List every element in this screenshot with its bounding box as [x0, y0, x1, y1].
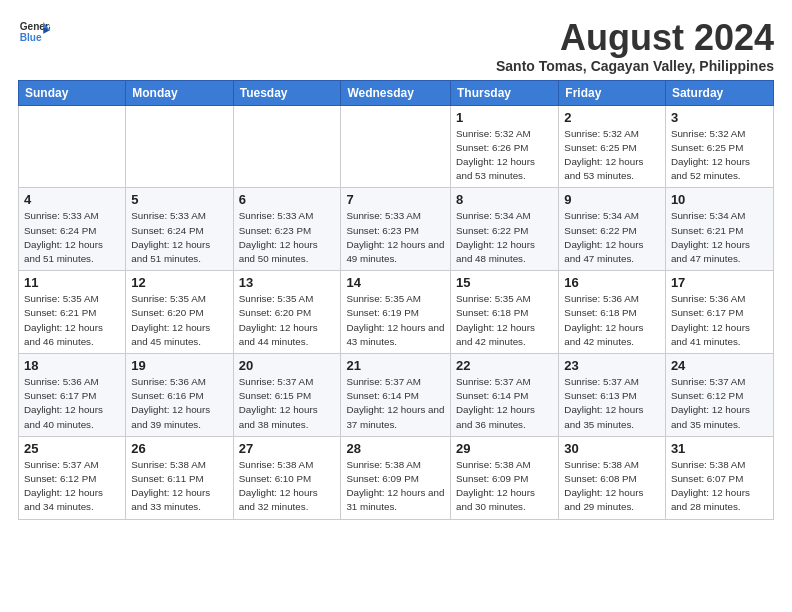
day-number: 10	[671, 192, 768, 207]
header: General Blue August 2024 Santo Tomas, Ca…	[18, 18, 774, 74]
calendar-cell: 10Sunrise: 5:34 AMSunset: 6:21 PMDayligh…	[665, 188, 773, 271]
day-info: Sunrise: 5:34 AMSunset: 6:22 PMDaylight:…	[564, 209, 660, 266]
calendar-cell	[341, 105, 451, 188]
calendar-cell	[126, 105, 233, 188]
day-info: Sunrise: 5:38 AMSunset: 6:09 PMDaylight:…	[346, 458, 445, 515]
calendar-cell: 13Sunrise: 5:35 AMSunset: 6:20 PMDayligh…	[233, 271, 341, 354]
day-info: Sunrise: 5:38 AMSunset: 6:11 PMDaylight:…	[131, 458, 227, 515]
day-info: Sunrise: 5:33 AMSunset: 6:24 PMDaylight:…	[24, 209, 120, 266]
calendar-week-4: 18Sunrise: 5:36 AMSunset: 6:17 PMDayligh…	[19, 354, 774, 437]
title-area: August 2024 Santo Tomas, Cagayan Valley,…	[496, 18, 774, 74]
day-info: Sunrise: 5:35 AMSunset: 6:19 PMDaylight:…	[346, 292, 445, 349]
day-info: Sunrise: 5:33 AMSunset: 6:23 PMDaylight:…	[239, 209, 336, 266]
day-number: 4	[24, 192, 120, 207]
day-number: 13	[239, 275, 336, 290]
col-monday: Monday	[126, 80, 233, 105]
calendar-cell: 21Sunrise: 5:37 AMSunset: 6:14 PMDayligh…	[341, 354, 451, 437]
day-number: 14	[346, 275, 445, 290]
day-info: Sunrise: 5:38 AMSunset: 6:10 PMDaylight:…	[239, 458, 336, 515]
day-info: Sunrise: 5:38 AMSunset: 6:07 PMDaylight:…	[671, 458, 768, 515]
day-info: Sunrise: 5:35 AMSunset: 6:20 PMDaylight:…	[131, 292, 227, 349]
page: General Blue August 2024 Santo Tomas, Ca…	[0, 0, 792, 532]
calendar-table: Sunday Monday Tuesday Wednesday Thursday…	[18, 80, 774, 520]
calendar-cell: 3Sunrise: 5:32 AMSunset: 6:25 PMDaylight…	[665, 105, 773, 188]
day-info: Sunrise: 5:37 AMSunset: 6:15 PMDaylight:…	[239, 375, 336, 432]
day-number: 22	[456, 358, 553, 373]
day-number: 24	[671, 358, 768, 373]
day-number: 27	[239, 441, 336, 456]
day-info: Sunrise: 5:32 AMSunset: 6:26 PMDaylight:…	[456, 127, 553, 184]
day-number: 8	[456, 192, 553, 207]
day-info: Sunrise: 5:37 AMSunset: 6:14 PMDaylight:…	[456, 375, 553, 432]
calendar-cell: 24Sunrise: 5:37 AMSunset: 6:12 PMDayligh…	[665, 354, 773, 437]
day-info: Sunrise: 5:36 AMSunset: 6:18 PMDaylight:…	[564, 292, 660, 349]
day-info: Sunrise: 5:37 AMSunset: 6:13 PMDaylight:…	[564, 375, 660, 432]
calendar-cell: 9Sunrise: 5:34 AMSunset: 6:22 PMDaylight…	[559, 188, 666, 271]
calendar-cell: 1Sunrise: 5:32 AMSunset: 6:26 PMDaylight…	[451, 105, 559, 188]
col-sunday: Sunday	[19, 80, 126, 105]
day-number: 2	[564, 110, 660, 125]
col-saturday: Saturday	[665, 80, 773, 105]
col-wednesday: Wednesday	[341, 80, 451, 105]
day-number: 28	[346, 441, 445, 456]
day-number: 25	[24, 441, 120, 456]
calendar-cell: 31Sunrise: 5:38 AMSunset: 6:07 PMDayligh…	[665, 436, 773, 519]
day-info: Sunrise: 5:33 AMSunset: 6:23 PMDaylight:…	[346, 209, 445, 266]
calendar-cell: 26Sunrise: 5:38 AMSunset: 6:11 PMDayligh…	[126, 436, 233, 519]
calendar-cell: 6Sunrise: 5:33 AMSunset: 6:23 PMDaylight…	[233, 188, 341, 271]
day-info: Sunrise: 5:35 AMSunset: 6:21 PMDaylight:…	[24, 292, 120, 349]
day-number: 19	[131, 358, 227, 373]
calendar-cell: 4Sunrise: 5:33 AMSunset: 6:24 PMDaylight…	[19, 188, 126, 271]
day-number: 16	[564, 275, 660, 290]
day-info: Sunrise: 5:38 AMSunset: 6:09 PMDaylight:…	[456, 458, 553, 515]
day-number: 30	[564, 441, 660, 456]
day-number: 29	[456, 441, 553, 456]
day-number: 3	[671, 110, 768, 125]
day-number: 12	[131, 275, 227, 290]
day-number: 1	[456, 110, 553, 125]
calendar-cell: 23Sunrise: 5:37 AMSunset: 6:13 PMDayligh…	[559, 354, 666, 437]
day-info: Sunrise: 5:36 AMSunset: 6:17 PMDaylight:…	[671, 292, 768, 349]
day-info: Sunrise: 5:35 AMSunset: 6:18 PMDaylight:…	[456, 292, 553, 349]
day-info: Sunrise: 5:37 AMSunset: 6:14 PMDaylight:…	[346, 375, 445, 432]
calendar-week-1: 1Sunrise: 5:32 AMSunset: 6:26 PMDaylight…	[19, 105, 774, 188]
day-number: 7	[346, 192, 445, 207]
calendar-cell: 16Sunrise: 5:36 AMSunset: 6:18 PMDayligh…	[559, 271, 666, 354]
calendar-cell: 28Sunrise: 5:38 AMSunset: 6:09 PMDayligh…	[341, 436, 451, 519]
day-info: Sunrise: 5:32 AMSunset: 6:25 PMDaylight:…	[564, 127, 660, 184]
svg-text:Blue: Blue	[20, 32, 42, 43]
day-info: Sunrise: 5:35 AMSunset: 6:20 PMDaylight:…	[239, 292, 336, 349]
day-info: Sunrise: 5:33 AMSunset: 6:24 PMDaylight:…	[131, 209, 227, 266]
day-number: 31	[671, 441, 768, 456]
day-number: 21	[346, 358, 445, 373]
month-year-title: August 2024	[496, 18, 774, 58]
day-info: Sunrise: 5:32 AMSunset: 6:25 PMDaylight:…	[671, 127, 768, 184]
calendar-cell: 27Sunrise: 5:38 AMSunset: 6:10 PMDayligh…	[233, 436, 341, 519]
day-number: 23	[564, 358, 660, 373]
calendar-cell: 17Sunrise: 5:36 AMSunset: 6:17 PMDayligh…	[665, 271, 773, 354]
col-tuesday: Tuesday	[233, 80, 341, 105]
day-number: 18	[24, 358, 120, 373]
calendar-cell: 12Sunrise: 5:35 AMSunset: 6:20 PMDayligh…	[126, 271, 233, 354]
calendar-cell: 5Sunrise: 5:33 AMSunset: 6:24 PMDaylight…	[126, 188, 233, 271]
day-info: Sunrise: 5:34 AMSunset: 6:22 PMDaylight:…	[456, 209, 553, 266]
calendar-cell: 18Sunrise: 5:36 AMSunset: 6:17 PMDayligh…	[19, 354, 126, 437]
calendar-cell	[233, 105, 341, 188]
day-number: 6	[239, 192, 336, 207]
calendar-week-3: 11Sunrise: 5:35 AMSunset: 6:21 PMDayligh…	[19, 271, 774, 354]
day-number: 20	[239, 358, 336, 373]
calendar-cell: 2Sunrise: 5:32 AMSunset: 6:25 PMDaylight…	[559, 105, 666, 188]
calendar-cell: 30Sunrise: 5:38 AMSunset: 6:08 PMDayligh…	[559, 436, 666, 519]
calendar-week-5: 25Sunrise: 5:37 AMSunset: 6:12 PMDayligh…	[19, 436, 774, 519]
calendar-cell	[19, 105, 126, 188]
header-row: Sunday Monday Tuesday Wednesday Thursday…	[19, 80, 774, 105]
day-number: 11	[24, 275, 120, 290]
day-info: Sunrise: 5:36 AMSunset: 6:16 PMDaylight:…	[131, 375, 227, 432]
day-number: 15	[456, 275, 553, 290]
day-number: 17	[671, 275, 768, 290]
calendar-cell: 14Sunrise: 5:35 AMSunset: 6:19 PMDayligh…	[341, 271, 451, 354]
calendar-cell: 29Sunrise: 5:38 AMSunset: 6:09 PMDayligh…	[451, 436, 559, 519]
day-number: 5	[131, 192, 227, 207]
calendar-cell: 20Sunrise: 5:37 AMSunset: 6:15 PMDayligh…	[233, 354, 341, 437]
calendar-cell: 25Sunrise: 5:37 AMSunset: 6:12 PMDayligh…	[19, 436, 126, 519]
